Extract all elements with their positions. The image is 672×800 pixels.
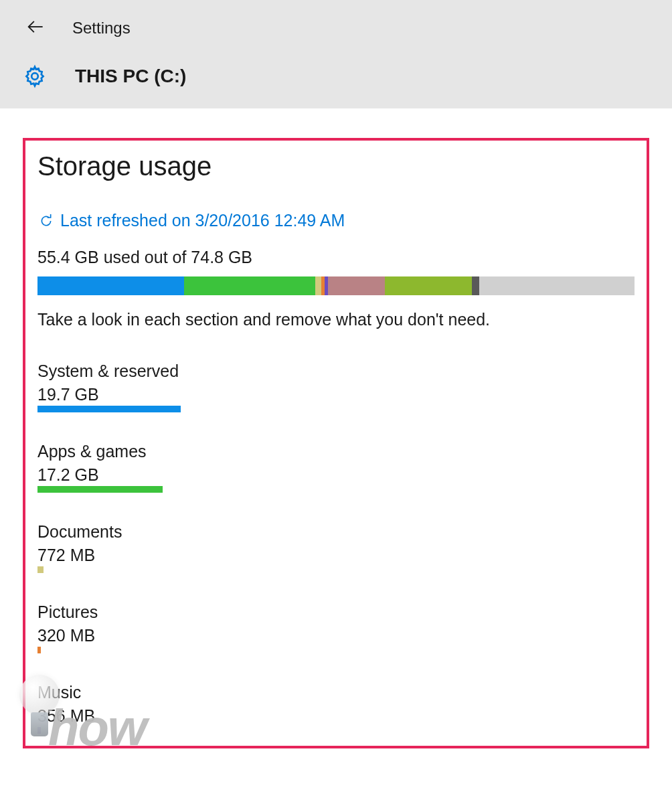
- refresh-icon: [37, 212, 55, 230]
- category-name: Music: [37, 683, 635, 702]
- category-item[interactable]: Pictures320 MB: [37, 603, 635, 653]
- storage-bar: [37, 276, 635, 295]
- category-bar: [37, 566, 44, 573]
- category-size: 17.2 GB: [37, 465, 635, 485]
- category-item[interactable]: Documents772 MB: [37, 522, 635, 573]
- storage-bar-segment: [328, 276, 385, 295]
- category-bar: [37, 727, 41, 734]
- hint-text: Take a look in each section and remove w…: [37, 310, 635, 329]
- storage-bar-segment: [184, 276, 315, 295]
- category-size: 320 MB: [37, 626, 635, 645]
- gear-icon: [19, 60, 51, 92]
- usage-summary: 55.4 GB used out of 74.8 GB: [37, 248, 635, 267]
- category-name: Apps & games: [37, 442, 635, 461]
- category-item[interactable]: Music356 MB: [37, 683, 635, 734]
- category-name: Pictures: [37, 603, 635, 622]
- category-item[interactable]: Apps & games17.2 GB: [37, 442, 635, 493]
- category-item[interactable]: System & reserved19.7 GB: [37, 362, 635, 412]
- refresh-link[interactable]: Last refreshed on 3/20/2016 12:49 AM: [37, 211, 635, 230]
- category-size: 356 MB: [37, 706, 635, 726]
- storage-bar-segment: [479, 276, 635, 295]
- settings-header: Settings THIS PC (C:): [0, 0, 672, 108]
- nav-title: Settings: [72, 19, 131, 37]
- storage-bar-segment: [315, 276, 321, 295]
- header-top-row: Settings: [0, 0, 672, 56]
- drive-title: THIS PC (C:): [75, 66, 186, 87]
- storage-bar-segment: [472, 276, 479, 295]
- back-button[interactable]: [21, 15, 48, 42]
- category-name: System & reserved: [37, 362, 635, 381]
- storage-bar-segment: [385, 276, 472, 295]
- storage-bar-segment: [37, 276, 184, 295]
- highlighted-panel: Storage usage Last refreshed on 3/20/201…: [23, 138, 649, 748]
- category-bar: [37, 647, 41, 653]
- content-area: Storage usage Last refreshed on 3/20/201…: [0, 108, 672, 748]
- header-sub-row: THIS PC (C:): [0, 56, 672, 92]
- back-arrow-icon: [25, 17, 44, 39]
- category-list: System & reserved19.7 GBApps & games17.2…: [37, 362, 635, 734]
- page-title: Storage usage: [37, 151, 635, 181]
- category-bar: [37, 486, 163, 493]
- category-name: Documents: [37, 522, 635, 542]
- category-size: 19.7 GB: [37, 385, 635, 404]
- refresh-label: Last refreshed on 3/20/2016 12:49 AM: [60, 211, 345, 230]
- category-bar: [37, 406, 181, 412]
- svg-point-1: [31, 73, 38, 80]
- category-size: 772 MB: [37, 546, 635, 565]
